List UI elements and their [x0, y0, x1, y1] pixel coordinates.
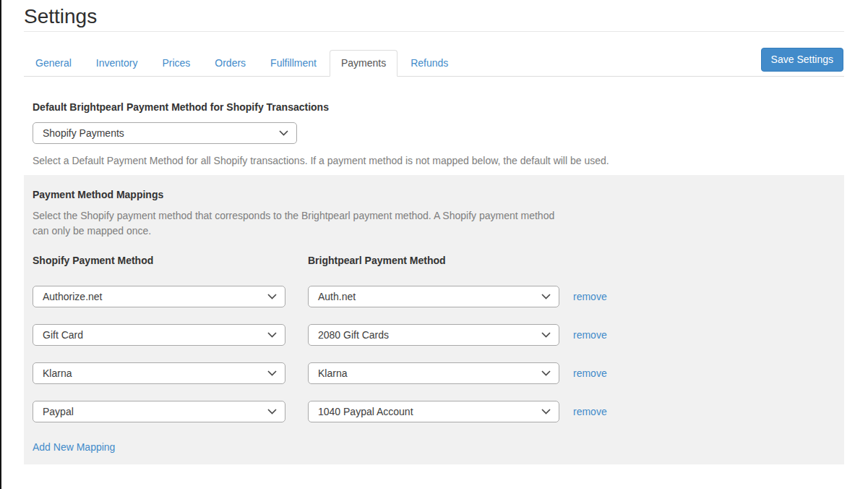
remove-mapping-link[interactable]: remove [573, 401, 607, 422]
brightpearl-method-select[interactable]: 1040 Paypal Account [308, 401, 559, 422]
mapping-row: Paypal 1040 Paypal Account remove [33, 401, 835, 422]
mappings-column-headers: Shopify Payment Method Brightpearl Payme… [33, 255, 835, 265]
chevron-down-icon [541, 370, 551, 376]
default-payment-section: Default Brightpearl Payment Method for S… [24, 77, 844, 168]
tab-payments[interactable]: Payments [330, 50, 398, 77]
tab-orders[interactable]: Orders [203, 50, 257, 77]
shopify-selected-value: Paypal [43, 406, 74, 417]
brightpearl-selected-value: 2080 Gift Cards [318, 329, 389, 341]
tab-fulfillment[interactable]: Fulfillment [259, 50, 328, 77]
default-payment-selected-value: Shopify Payments [43, 127, 124, 139]
settings-page: Settings General Inventory Prices Orders… [0, 0, 867, 489]
brightpearl-selected-value: 1040 Paypal Account [318, 406, 413, 417]
tab-list: General Inventory Prices Orders Fulfillm… [24, 50, 844, 76]
save-settings-button[interactable]: Save Settings [761, 48, 843, 72]
default-payment-help-text: Select a Default Payment Method for all … [33, 153, 844, 168]
add-new-mapping-link[interactable]: Add New Mapping [33, 441, 115, 453]
mapping-row: Authorize.net Auth.net remove [33, 286, 835, 307]
tab-general[interactable]: General [24, 50, 83, 77]
mapping-row: Gift Card 2080 Gift Cards remove [33, 324, 835, 346]
chevron-down-icon [267, 332, 277, 338]
chevron-down-icon [541, 294, 551, 299]
brightpearl-method-select[interactable]: Klarna [308, 362, 559, 384]
default-payment-select[interactable]: Shopify Payments [33, 122, 297, 144]
shopify-selected-value: Gift Card [43, 329, 83, 341]
shopify-column-header: Shopify Payment Method [33, 255, 308, 265]
chevron-down-icon [267, 409, 277, 414]
tab-prices[interactable]: Prices [150, 50, 202, 77]
chevron-down-icon [267, 294, 277, 299]
shopify-selected-value: Authorize.net [43, 291, 103, 302]
shopify-selected-value: Klarna [43, 367, 72, 379]
title-divider [24, 31, 844, 32]
mapping-row: Klarna Klarna remove [33, 362, 835, 384]
tab-inventory[interactable]: Inventory [85, 50, 150, 77]
default-payment-label: Default Brightpearl Payment Method for S… [33, 101, 844, 114]
remove-mapping-link[interactable]: remove [573, 362, 607, 384]
payment-method-mappings-panel: Payment Method Mappings Select the Shopi… [24, 175, 844, 464]
mappings-description: Select the Shopify payment method that c… [33, 208, 573, 239]
brightpearl-method-select[interactable]: 2080 Gift Cards [308, 324, 559, 346]
tab-refunds[interactable]: Refunds [399, 50, 460, 77]
shopify-method-select[interactable]: Authorize.net [33, 286, 285, 307]
remove-mapping-link[interactable]: remove [573, 286, 607, 307]
shopify-method-select[interactable]: Gift Card [33, 324, 285, 346]
tab-bar: General Inventory Prices Orders Fulfillm… [24, 50, 844, 77]
chevron-down-icon [541, 409, 551, 414]
payments-tab-panel: Default Brightpearl Payment Method for S… [24, 77, 844, 464]
chevron-down-icon [541, 332, 551, 338]
remove-mapping-link[interactable]: remove [573, 324, 607, 346]
mappings-heading: Payment Method Mappings [33, 187, 835, 202]
shopify-method-select[interactable]: Paypal [33, 401, 285, 422]
chevron-down-icon [267, 370, 277, 376]
brightpearl-selected-value: Klarna [318, 367, 347, 379]
page-title: Settings [24, 1, 844, 31]
brightpearl-method-select[interactable]: Auth.net [308, 286, 559, 307]
shopify-method-select[interactable]: Klarna [33, 362, 285, 384]
brightpearl-column-header: Brightpearl Payment Method [308, 255, 446, 265]
brightpearl-selected-value: Auth.net [318, 291, 356, 302]
chevron-down-icon [279, 130, 288, 136]
